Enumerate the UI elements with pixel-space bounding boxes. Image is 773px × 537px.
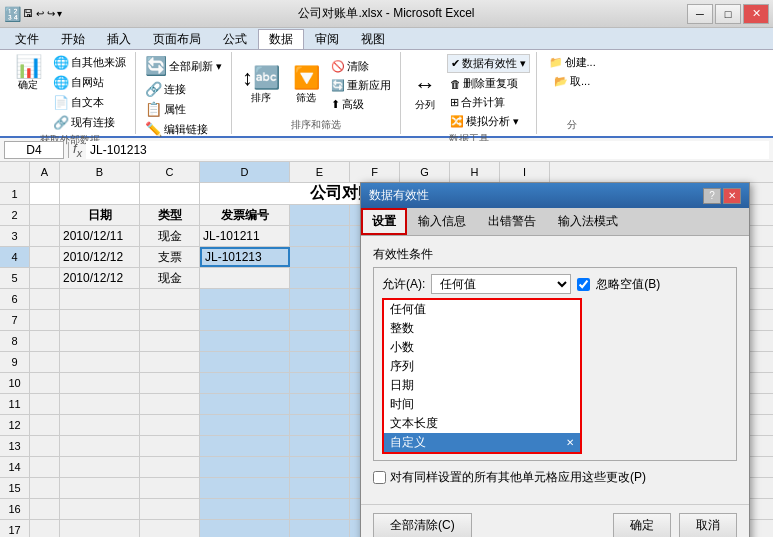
dropdown-item-text-length[interactable]: 文本长度 (384, 414, 580, 433)
dialog-tab-error-alert[interactable]: 出错警告 (477, 208, 547, 235)
properties-button[interactable]: 📋属性 (142, 100, 189, 118)
cell-c1[interactable] (140, 183, 200, 204)
existing-connection-button[interactable]: 🔗现有连接 (50, 114, 129, 131)
advanced-button[interactable]: ⬆高级 (328, 96, 394, 113)
cell-a4[interactable] (30, 247, 60, 267)
close-button[interactable]: ✕ (743, 4, 769, 24)
ignore-blank-checkbox[interactable] (577, 278, 590, 291)
reapply-button[interactable]: 🔄重新应用 (328, 77, 394, 94)
spreadsheet: A B C D E F G H I 1 公司对账单 2 日期 类型 发票编号 (0, 162, 773, 537)
cell-c3[interactable]: 现金 (140, 226, 200, 246)
tab-page-layout[interactable]: 页面布局 (142, 29, 212, 49)
tab-home[interactable]: 开始 (50, 29, 96, 49)
cell-b1[interactable] (60, 183, 140, 204)
col-header-c[interactable]: C (140, 162, 200, 182)
dialog-tab-input-message[interactable]: 输入信息 (407, 208, 477, 235)
col-header-d[interactable]: D (200, 162, 290, 182)
col-header-g[interactable]: G (400, 162, 450, 182)
remove-duplicates-button[interactable]: 🗑删除重复项 (447, 75, 530, 92)
validity-condition-label: 有效性条件 (373, 246, 737, 263)
tab-insert[interactable]: 插入 (96, 29, 142, 49)
tab-file[interactable]: 文件 (4, 29, 50, 49)
cell-b5[interactable]: 2010/12/12 (60, 268, 140, 288)
cell-d4[interactable]: JL-101213 (200, 247, 290, 267)
col-header-i[interactable]: I (500, 162, 550, 182)
cell-e5[interactable] (290, 268, 350, 288)
window-controls: ─ □ ✕ (687, 4, 769, 24)
dropdown-list[interactable]: 任何值 整数 小数 序列 日期 时间 文本长度 自定义 ✕ (382, 298, 582, 454)
col-header-b[interactable]: B (60, 162, 140, 182)
cell-d5[interactable] (200, 268, 290, 288)
dropdown-item-date[interactable]: 日期 (384, 376, 580, 395)
dropdown-item-time[interactable]: 时间 (384, 395, 580, 414)
tab-review[interactable]: 审阅 (304, 29, 350, 49)
cell-e3[interactable] (290, 226, 350, 246)
cell-a1[interactable] (30, 183, 60, 204)
formula-input[interactable] (86, 141, 769, 159)
cell-e4[interactable] (290, 247, 350, 267)
dialog-help-button[interactable]: ? (703, 188, 721, 204)
cell-c5[interactable]: 现金 (140, 268, 200, 288)
row-num-17: 17 (0, 520, 30, 537)
other-sources-button[interactable]: 🌐自其他来源 (50, 54, 129, 71)
row-num-9: 9 (0, 352, 30, 372)
dropdown-item-decimal[interactable]: 小数 (384, 338, 580, 357)
what-if-button[interactable]: 🔀模拟分析 ▾ (447, 113, 530, 130)
col-header-e[interactable]: E (290, 162, 350, 182)
row-num-1: 1 (0, 183, 30, 204)
maximize-button[interactable]: □ (715, 4, 741, 24)
tab-view[interactable]: 视图 (350, 29, 396, 49)
tab-formula[interactable]: 公式 (212, 29, 258, 49)
apply-all-checkbox[interactable] (373, 471, 386, 484)
dialog-tab-ime[interactable]: 输入法模式 (547, 208, 629, 235)
col-header-f[interactable]: F (350, 162, 400, 182)
minimize-button[interactable]: ─ (687, 4, 713, 24)
dialog-body: 有效性条件 允许(A): 任何值 忽略空值(B) 任何值 (361, 236, 749, 504)
dropdown-item-integer[interactable]: 整数 (384, 319, 580, 338)
web-button[interactable]: 🌐自网站 (50, 74, 129, 91)
access-button[interactable]: 📊 确定 (10, 54, 46, 94)
cancel-button[interactable]: 取消 (679, 513, 737, 537)
consolidate-button[interactable]: ⊞合并计算 (447, 94, 530, 111)
connections-button[interactable]: 🔗连接 (142, 80, 189, 98)
cell-a3[interactable] (30, 226, 60, 246)
text-to-columns-button[interactable]: ↔ 分列 (407, 70, 443, 114)
ungroup-button[interactable]: 📂取... (551, 73, 593, 90)
col-header-h[interactable]: H (450, 162, 500, 182)
clear-all-button[interactable]: 全部清除(C) (373, 513, 472, 537)
filter-button[interactable]: 🔽 筛选 (288, 63, 324, 107)
group-button[interactable]: 📁创建... (546, 54, 599, 71)
row-num-12: 12 (0, 415, 30, 435)
sort-button[interactable]: ↕🔤 排序 (238, 63, 284, 107)
col-header-a[interactable]: A (30, 162, 60, 182)
cell-a5[interactable] (30, 268, 60, 288)
validity-conditions-section: 允许(A): 任何值 忽略空值(B) 任何值 整数 小数 序列 (373, 267, 737, 461)
footer-confirm-buttons: 确定 取消 (613, 513, 737, 537)
allow-select[interactable]: 任何值 (431, 274, 571, 294)
dropdown-item-any[interactable]: 任何值 (384, 300, 580, 319)
cell-b2[interactable]: 日期 (60, 205, 140, 225)
access-icon: 📊 (15, 56, 42, 78)
cell-c4[interactable]: 支票 (140, 247, 200, 267)
cell-c2[interactable]: 类型 (140, 205, 200, 225)
cell-reference[interactable] (4, 141, 64, 159)
refresh-all-button[interactable]: 🔄全部刷新 ▾ (142, 54, 225, 78)
dialog-close-button[interactable]: ✕ (723, 188, 741, 204)
cell-a2[interactable] (30, 205, 60, 225)
clear-button[interactable]: 🚫清除 (328, 58, 394, 75)
cell-b4[interactable]: 2010/12/12 (60, 247, 140, 267)
ribbon-group-external-data: 📊 确定 🌐自其他来源 🌐自网站 📄自文本 🔗现有连接 获取外部数据 (4, 52, 136, 134)
data-validity-button[interactable]: ✔数据有效性 ▾ (447, 54, 530, 73)
edit-links-button[interactable]: ✏️编辑链接 (142, 120, 211, 138)
text-button[interactable]: 📄自文本 (50, 94, 129, 111)
ok-button[interactable]: 确定 (613, 513, 671, 537)
dropdown-item-custom[interactable]: 自定义 ✕ (384, 433, 580, 452)
dialog-tab-settings[interactable]: 设置 (361, 208, 407, 235)
cell-e2[interactable] (290, 205, 350, 225)
cell-d3[interactable]: JL-101211 (200, 226, 290, 246)
tab-data[interactable]: 数据 (258, 29, 304, 49)
cell-b3[interactable]: 2010/12/11 (60, 226, 140, 246)
cell-d2[interactable]: 发票编号 (200, 205, 290, 225)
title-bar: 🔢 🖫 ↩ ↪ ▾ 公司对账单.xlsx - Microsoft Excel ─… (0, 0, 773, 28)
dropdown-item-sequence[interactable]: 序列 (384, 357, 580, 376)
